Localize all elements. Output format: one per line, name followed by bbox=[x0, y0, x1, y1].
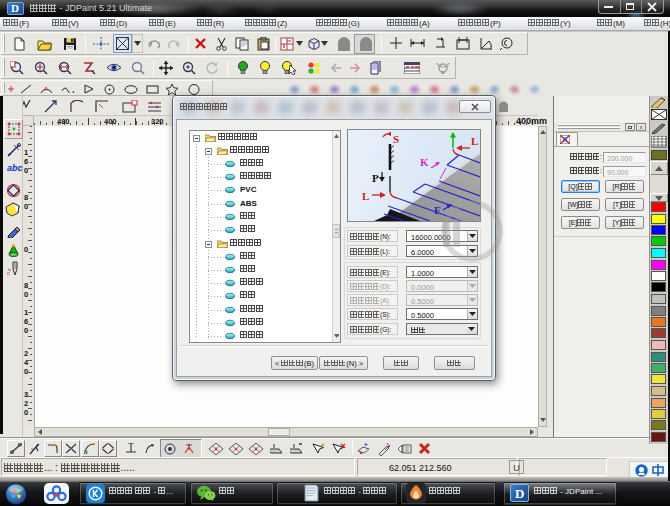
svg-text:K: K bbox=[420, 156, 429, 168]
svg-text:S: S bbox=[393, 133, 399, 145]
svg-text:L: L bbox=[362, 190, 369, 202]
svg-text:L: L bbox=[471, 135, 478, 147]
svg-text:c: c bbox=[7, 270, 10, 276]
svg-text:P: P bbox=[372, 172, 379, 184]
